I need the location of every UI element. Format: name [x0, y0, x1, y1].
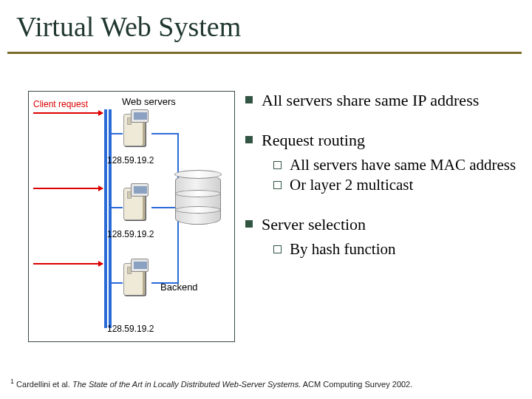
list-item: By hash function [270, 240, 517, 259]
arrow-icon [33, 263, 103, 265]
list-item: Request routing All servers have same MA… [245, 131, 517, 194]
arrow-icon [33, 112, 103, 114]
footnote: 1 Cardellini et al. The State of the Art… [10, 378, 522, 389]
list-item: All servers share same IP address [245, 91, 517, 110]
ip-label: 128.59.19.2 [107, 324, 174, 334]
backend-label: Backend [160, 282, 198, 293]
architecture-diagram: Client request Web servers 128.59.19.2 1… [28, 91, 235, 342]
bullet-list: All servers share same IP address Reques… [245, 91, 517, 259]
footnote-title: The State of the Art in Locally Distribu… [72, 380, 301, 389]
page-title: Virtual Web System [16, 10, 532, 43]
footnote-authors: Cardellini et al. [16, 380, 70, 389]
bus-bar-icon [104, 109, 107, 328]
web-servers-label: Web servers [122, 96, 176, 107]
bullet-text: By hash function [290, 240, 395, 258]
server-icon [123, 114, 151, 152]
ip-label: 128.59.19.2 [107, 229, 174, 239]
server-icon [123, 263, 151, 301]
bullet-text: Or layer 2 multicast [290, 176, 413, 194]
list-item: Or layer 2 multicast [270, 176, 517, 194]
arrow-icon [33, 188, 103, 189]
database-icon [175, 174, 221, 232]
bullet-text: Request routing [262, 131, 365, 149]
server-icon [123, 188, 151, 226]
client-request-label: Client request [33, 99, 88, 109]
bullet-text: All servers share same IP address [262, 91, 479, 109]
bus-bar-icon [109, 109, 112, 328]
sub-bullet-list: By hash function [262, 240, 517, 259]
connector-icon [151, 133, 178, 134]
slide-body: Client request Web servers 128.59.19.2 1… [0, 54, 532, 342]
connector-icon [151, 207, 178, 208]
list-item: All servers have same MAC address [270, 156, 517, 174]
sub-bullet-list: All servers have same MAC address Or lay… [262, 156, 517, 194]
connector-icon [112, 207, 123, 208]
footnote-venue: ACM Computing Survey 2002. [303, 380, 413, 389]
connector-icon [112, 133, 123, 134]
connector-icon [112, 282, 123, 284]
ip-label: 128.59.19.2 [107, 155, 174, 166]
list-item: Server selection By hash function [245, 215, 517, 259]
footnote-marker: 1 [10, 378, 14, 385]
bullet-text: Server selection [262, 215, 366, 233]
bullet-text: All servers have same MAC address [290, 156, 516, 174]
